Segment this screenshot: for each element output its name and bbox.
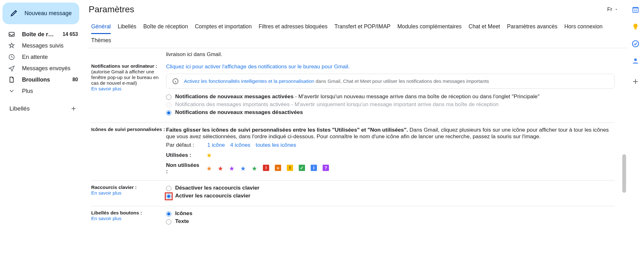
add-label-button[interactable] bbox=[69, 104, 78, 113]
radio-input[interactable] bbox=[166, 194, 171, 199]
sidebar-item-more[interactable]: Plus bbox=[3, 85, 82, 97]
row-heading: Raccourcis clavier : bbox=[91, 185, 137, 190]
used-label: Utilisées : bbox=[166, 152, 201, 158]
preset-4-stars[interactable]: 4 icônes bbox=[230, 142, 250, 148]
tab-advanced[interactable]: Paramètres avancés bbox=[507, 20, 558, 34]
shortcuts-on[interactable]: Activer les raccourcis clavier bbox=[166, 192, 615, 199]
unused-label: Non utilisées : bbox=[166, 162, 201, 175]
tab-general[interactable]: Général bbox=[91, 20, 111, 34]
tab-inbox[interactable]: Boîte de réception bbox=[143, 20, 188, 34]
folder-label: Boîte de récept… bbox=[22, 31, 56, 38]
learn-more-link[interactable]: En savoir plus bbox=[91, 216, 121, 221]
tab-offline[interactable]: Hors connexion bbox=[564, 20, 603, 34]
clock-icon bbox=[8, 54, 15, 60]
labels-header: Libellés bbox=[3, 97, 82, 116]
preset-1-star[interactable]: 1 icône bbox=[207, 142, 225, 148]
learn-more-link[interactable]: En savoir plus bbox=[91, 86, 121, 91]
labels-title: Libellés bbox=[9, 105, 30, 112]
row-heading: Libellés des boutons : bbox=[91, 210, 142, 215]
scrollbar-thumb[interactable] bbox=[622, 154, 626, 193]
main: Paramètres Fr Général Libellés Boîte de … bbox=[82, 0, 627, 256]
sidebar-item-drafts[interactable]: Brouillons 80 bbox=[3, 74, 82, 85]
pencil-icon bbox=[10, 8, 19, 19]
smart-features-link[interactable]: Activez les fonctionnalités intelligente… bbox=[184, 78, 314, 84]
label-orange-chevrons-icon[interactable]: » bbox=[275, 165, 281, 171]
label-blue-info-icon[interactable]: i bbox=[311, 165, 317, 171]
defaults-label: Par défaut : bbox=[166, 142, 194, 148]
folder-list: Boîte de récept… 14 653 Messages suivis … bbox=[3, 29, 82, 97]
notif-option-off[interactable]: Notifications de nouveaux messages désac… bbox=[166, 109, 615, 116]
row-heading: Icônes de suivi personnalisées : bbox=[91, 127, 165, 132]
row-button-labels: Libellés des boutons : En savoir plus Ic… bbox=[91, 206, 615, 231]
row-stars: Icônes de suivi personnalisées : Faites … bbox=[91, 123, 615, 181]
star-blue-icon[interactable]: ★ bbox=[240, 165, 246, 172]
caret-down-icon bbox=[614, 7, 619, 12]
contacts-icon[interactable] bbox=[631, 57, 640, 65]
sidebar-item-snoozed[interactable]: En attente bbox=[3, 51, 82, 63]
preset-all-stars[interactable]: toutes les icônes bbox=[256, 142, 296, 148]
page-title: Paramètres bbox=[89, 4, 134, 14]
btnlabel-icons[interactable]: Icônes bbox=[166, 210, 615, 217]
btnlabel-text[interactable]: Texte bbox=[166, 218, 615, 225]
radio-input[interactable] bbox=[166, 94, 171, 100]
label-purple-question-icon[interactable]: ? bbox=[323, 165, 329, 171]
chevron-down-icon bbox=[8, 88, 15, 94]
folder-label: Messages suivis bbox=[22, 43, 78, 49]
side-panel: 31 bbox=[627, 0, 644, 256]
tasks-icon[interactable] bbox=[631, 40, 640, 48]
row-notifications: Notifications sur ordinateur : (autorise… bbox=[91, 60, 615, 123]
learn-more-link[interactable]: En savoir plus bbox=[91, 190, 121, 196]
folder-label: En attente bbox=[22, 54, 78, 60]
sidebar-item-sent[interactable]: Messages envoyés bbox=[3, 63, 82, 74]
label-green-check-icon[interactable]: ✓ bbox=[299, 165, 305, 171]
shortcuts-off[interactable]: Désactiver les raccourcis clavier bbox=[166, 185, 615, 191]
star-purple-icon[interactable]: ★ bbox=[229, 165, 235, 172]
folder-label: Plus bbox=[22, 88, 78, 94]
tab-addons[interactable]: Modules complémentaires bbox=[397, 20, 462, 34]
send-icon bbox=[8, 65, 15, 72]
star-orange-icon[interactable]: ★ bbox=[206, 165, 212, 172]
tab-chat[interactable]: Chat et Meet bbox=[469, 20, 500, 34]
row-heading: Notifications sur ordinateur : bbox=[91, 63, 157, 69]
row-shortcuts: Raccourcis clavier : En savoir plus Désa… bbox=[91, 181, 615, 206]
star-red-icon[interactable]: ★ bbox=[218, 165, 223, 172]
folder-count: 14 653 bbox=[63, 31, 78, 37]
radio-input[interactable] bbox=[166, 110, 171, 116]
truncated-prev-row: livraison ici dans Gmail. bbox=[91, 51, 615, 58]
star-green-icon[interactable]: ★ bbox=[252, 165, 257, 172]
sidebar: Nouveau message Boîte de récept… 14 653 … bbox=[0, 0, 82, 256]
get-addons-button[interactable] bbox=[631, 77, 640, 86]
svg-text:31: 31 bbox=[634, 9, 637, 12]
compose-label: Nouveau message bbox=[25, 10, 72, 17]
radio-input[interactable] bbox=[166, 186, 171, 191]
tab-labels[interactable]: Libellés bbox=[118, 20, 136, 34]
tab-forwarding[interactable]: Transfert et POP/IMAP bbox=[334, 20, 390, 34]
label-yellow-bang-icon[interactable]: ! bbox=[287, 165, 293, 171]
notif-option-on[interactable]: Notifications de nouveaux messages activ… bbox=[166, 93, 615, 100]
radio-input[interactable] bbox=[166, 211, 171, 217]
settings-content[interactable]: livraison ici dans Gmail. Notifications … bbox=[89, 48, 627, 256]
sidebar-item-inbox[interactable]: Boîte de récept… 14 653 bbox=[3, 29, 82, 40]
enable-desktop-notif-link[interactable]: Cliquez ici pour activer l'affichage des… bbox=[166, 63, 350, 70]
tab-filters[interactable]: Filtres et adresses bloquées bbox=[259, 20, 328, 34]
keep-icon[interactable] bbox=[631, 23, 640, 31]
file-icon bbox=[8, 76, 15, 83]
sidebar-item-starred[interactable]: Messages suivis bbox=[3, 40, 82, 51]
folder-count: 80 bbox=[72, 77, 78, 82]
notif-option-important: Notifications des messages importants ac… bbox=[166, 101, 615, 108]
star-yellow-icon[interactable]: ★ bbox=[206, 151, 212, 159]
info-icon bbox=[172, 78, 179, 85]
settings-tabs: Général Libellés Boîte de réception Comp… bbox=[89, 20, 627, 48]
radio-input bbox=[166, 102, 171, 108]
tab-themes[interactable]: Thèmes bbox=[91, 34, 111, 48]
compose-button[interactable]: Nouveau message bbox=[3, 3, 79, 24]
language-select[interactable]: Fr bbox=[605, 5, 621, 14]
radio-input[interactable] bbox=[166, 219, 171, 225]
tab-accounts[interactable]: Comptes et importation bbox=[195, 20, 252, 34]
row-sub: (autorise Gmail à afficher une fenêtre p… bbox=[91, 69, 158, 86]
label-red-bang-icon[interactable]: ! bbox=[263, 165, 269, 171]
calendar-icon[interactable]: 31 bbox=[631, 6, 640, 14]
folder-label: Messages envoyés bbox=[22, 65, 78, 72]
folder-label: Brouillons bbox=[22, 77, 65, 83]
info-box: Activez les fonctionnalités intelligente… bbox=[166, 74, 615, 89]
